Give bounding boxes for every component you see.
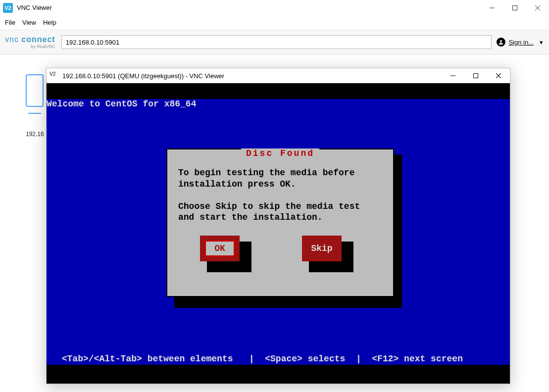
outer-maximize-button[interactable] [503,0,526,16]
outer-titlebar: V2 VNC Viewer [0,0,549,16]
welcome-text: Welcome to CentOS for x86_64 [47,99,196,109]
session-window: V2 192.168.0.10:5901 (QEMU (itzgeekguest… [46,68,510,384]
vnc-app-icon: V2 [50,71,58,80]
toolbar: vnc connect by RealVNC Sign in... ▾ [0,30,549,54]
session-titlebar[interactable]: V2 192.168.0.10:5901 (QEMU (itzgeekguest… [47,68,510,83]
session-title: 192.168.0.10:5901 (QEMU (itzgeekguest)) … [62,72,224,80]
address-input[interactable] [61,35,492,49]
thumbnail-label: 192.16 [26,131,44,138]
session-maximize-button[interactable] [464,68,487,83]
chevron-down-icon: ▾ [540,39,543,46]
menubar: File View Help [0,16,549,30]
menu-view[interactable]: View [22,19,36,26]
user-icon [497,38,505,47]
outer-close-button[interactable] [526,0,549,16]
svg-point-4 [500,40,502,42]
session-close-button[interactable] [487,68,510,83]
svg-rect-6 [474,74,478,78]
dialog-body: To begin testing the media before instal… [178,167,382,223]
session-minimize-button[interactable] [442,68,464,83]
app-title: VNC Viewer [17,4,52,11]
dialog-title: Disc Found [241,148,319,158]
remote-framebuffer[interactable]: Welcome to CentOS for x86_64 Disc Found … [47,83,510,384]
menu-help[interactable]: Help [43,19,56,26]
installer-screen: Welcome to CentOS for x86_64 Disc Found … [47,99,510,365]
svg-rect-1 [513,5,517,10]
skip-button[interactable]: Skip [302,236,342,261]
outer-minimize-button[interactable] [481,0,503,16]
ok-button[interactable]: OK [200,236,240,261]
menu-file[interactable]: File [5,19,15,26]
sign-in-button[interactable]: Sign in... ▾ [497,38,543,47]
connection-thumbnail[interactable]: 192.16 [26,74,44,138]
sign-in-label: Sign in... [508,39,534,46]
brand-logo: vnc connect by RealVNC [5,36,55,49]
thumbnail-preview [26,74,44,107]
disc-found-dialog: Disc Found To begin testing the media be… [166,148,394,297]
footer-hints: <Tab>/<Alt-Tab> between elements | <Spac… [56,354,463,364]
vnc-app-icon: V2 [3,3,13,13]
workspace: 192.16 V2 192.168.0.10:5901 (QEMU (itzge… [0,54,549,392]
